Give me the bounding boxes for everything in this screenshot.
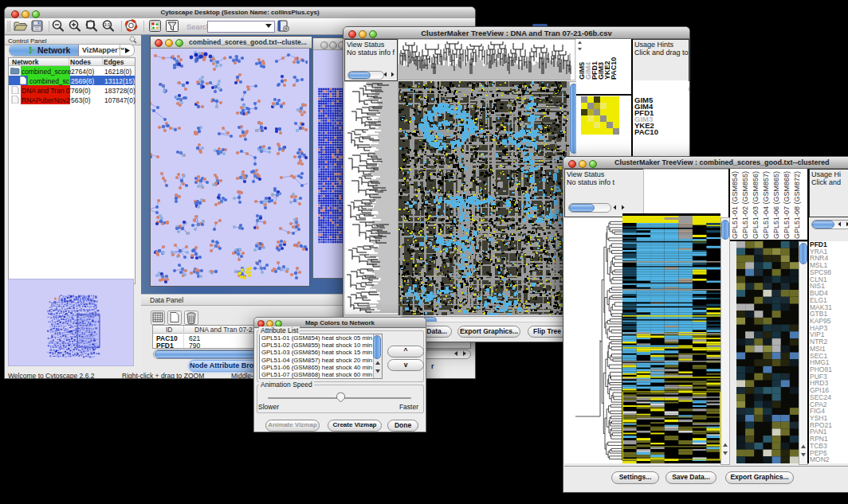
svg-text:GPL51-07 (GSM868): GPL51-07 (GSM868) [783, 171, 791, 239]
svg-text:GPL51-02 (GSM855): GPL51-02 (GSM855) [741, 171, 749, 239]
svg-text:GPL51-01 (GSM854): GPL51-01 (GSM854) [731, 171, 739, 239]
svg-text:GPL51-08 (GSM872): GPL51-08 (GSM872) [793, 171, 801, 239]
svg-text:1:1: 1:1 [104, 22, 110, 27]
svg-text:GPL51-03 (GSM856): GPL51-03 (GSM856) [752, 171, 760, 239]
svg-text:PAC10: PAC10 [610, 57, 618, 80]
svg-text:GPL51-04 (GSM857): GPL51-04 (GSM857) [762, 171, 770, 239]
svg-text:MON2: MON2 [810, 455, 830, 463]
svg-text:GPL51-06 (GSM865): GPL51-06 (GSM865) [772, 171, 780, 239]
